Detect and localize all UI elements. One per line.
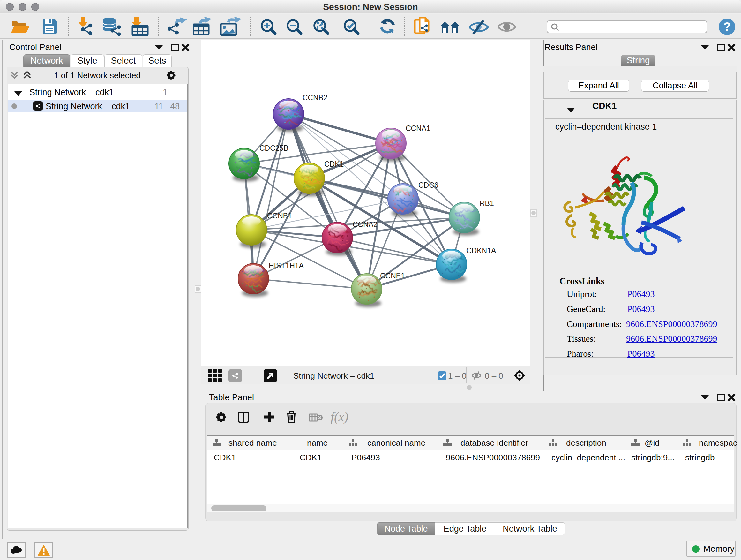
svg-text:CDC25B: CDC25B: [259, 144, 288, 152]
svg-text:CDK1: CDK1: [324, 160, 344, 168]
svg-text:CDKN1A: CDKN1A: [466, 246, 496, 255]
svg-text:CDC6: CDC6: [418, 181, 439, 189]
svg-text:CCNB1: CCNB1: [267, 212, 292, 220]
svg-text:RB1: RB1: [480, 199, 494, 207]
svg-text:CCNB2: CCNB2: [302, 94, 327, 102]
svg-text:CCNE1: CCNE1: [380, 272, 405, 280]
svg-text:CCNA1: CCNA1: [406, 124, 430, 132]
svg-text:HIST1H1A: HIST1H1A: [269, 261, 304, 270]
svg-text:CCNA2: CCNA2: [353, 220, 378, 229]
